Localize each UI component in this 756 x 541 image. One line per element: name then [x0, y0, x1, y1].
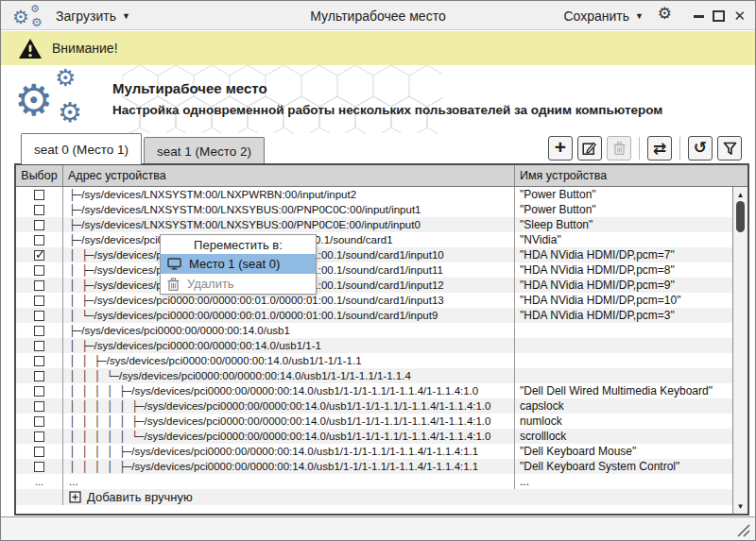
- table-row[interactable]: │ │ │ │ ├─/sys/devices/pci0000:00/0000:0…: [16, 459, 732, 474]
- edit-button[interactable]: [577, 136, 602, 161]
- device-name: [515, 353, 732, 368]
- table-row[interactable]: ├─/sys/devices/pci0000:00/0000:00:14.0/u…: [16, 323, 732, 338]
- row-select-cell: [16, 383, 63, 398]
- row-checkbox[interactable]: [34, 401, 44, 412]
- filter-button[interactable]: [717, 136, 742, 161]
- device-name: "HDA NVidia HDMI/DP,pcm=3": [515, 308, 732, 323]
- scroll-down-icon[interactable]: ▼: [733, 499, 747, 513]
- menu-item-move-to-seat0[interactable]: Место 1 (seat 0): [161, 254, 316, 274]
- row-select-cell: [16, 308, 63, 323]
- row-checkbox[interactable]: [34, 280, 44, 291]
- settings-gear-icon[interactable]: ⚙: [658, 6, 672, 22]
- row-select-cell: [16, 398, 63, 414]
- tree-branch-icon: │ ├─: [69, 264, 94, 277]
- row-checkbox[interactable]: [34, 447, 44, 457]
- scroll-up-icon[interactable]: ▲: [733, 188, 747, 201]
- row-select-cell: [16, 217, 63, 232]
- table-row[interactable]: │ ├─/sys/devices/pci0000:00/0000:00:14.0…: [16, 338, 732, 353]
- row-checkbox[interactable]: [34, 386, 44, 397]
- page-subtitle: Настройка одновременной работы нескольки…: [112, 103, 662, 117]
- row-select-cell: [16, 429, 63, 444]
- table-row[interactable]: │ │ │ │ │ └─/sys/devices/pci0000:00/0000…: [16, 429, 732, 444]
- device-name: scrolllock: [515, 429, 732, 444]
- table-row[interactable]: ├─/sys/devices/LNXSYSTM:00/LNXSYBUS:00/P…: [16, 217, 732, 232]
- table-row[interactable]: │ │ │ │ │ ├─/sys/devices/pci0000:00/0000…: [16, 414, 732, 429]
- row-checkbox[interactable]: [34, 431, 44, 442]
- device-name: "Sleep Button": [515, 217, 732, 232]
- device-name: capslock: [515, 398, 732, 414]
- row-address-cell: │ │ │ │ │ ├─/sys/devices/pci0000:00/0000…: [63, 398, 515, 414]
- device-name: "HDA NVidia HDMI/DP,pcm=9": [515, 278, 732, 293]
- row-checkbox[interactable]: [34, 235, 44, 245]
- table-body: ├─/sys/devices/LNXSYSTM:00/LNXPWRBN:00/i…: [16, 187, 732, 514]
- row-checkbox[interactable]: [34, 356, 44, 366]
- row-address-cell: ├─/sys/devices/LNXSYSTM:00/LNXSYBUS:00/P…: [63, 217, 515, 232]
- table-row[interactable]: │ └─/sys/devices/pci0000:00/0000:00:01.0…: [16, 308, 732, 323]
- trash-icon: [613, 142, 626, 155]
- titlebar: ⚙ ⚙ ⚙ Загрузить ▼ Мультирабочее место Со…: [1, 1, 755, 30]
- row-checkbox[interactable]: [34, 265, 44, 276]
- row-address-cell: │ │ │ │ │ └─/sys/devices/pci0000:00/0000…: [63, 429, 515, 444]
- table-row[interactable]: ├─/sys/devices/pci0000:00/0000:00:01.0/0…: [16, 232, 732, 247]
- column-header-select: Выбор: [16, 165, 63, 186]
- restore-icon[interactable]: [713, 10, 725, 22]
- row-checkbox[interactable]: [34, 326, 44, 336]
- tabs-row: seat 0 (Место 1) seat 1 (Место 2) +: [1, 133, 755, 164]
- row-checkbox[interactable]: [34, 205, 44, 215]
- row-checkbox[interactable]: [34, 250, 44, 261]
- table-row[interactable]: │ │ │ │ ├─/sys/devices/pci0000:00/0000:0…: [16, 444, 732, 459]
- tree-branch-icon: │ ├─: [69, 295, 94, 307]
- tab-seat-1[interactable]: seat 1 (Место 2): [144, 137, 265, 164]
- table-row[interactable]: │ ├─/sys/devices/pci0000:00/0000:00:01.0…: [16, 247, 732, 262]
- swap-button[interactable]: ⇄: [647, 136, 672, 161]
- row-checkbox[interactable]: [34, 371, 44, 381]
- reset-button[interactable]: ↺: [688, 136, 713, 161]
- table-row[interactable]: ├─/sys/devices/LNXSYSTM:00/LNXPWRBN:00/i…: [16, 187, 732, 202]
- row-checkbox[interactable]: [34, 190, 44, 200]
- row-address-cell: │ │ │ │ ├─/sys/devices/pci0000:00/0000:0…: [63, 383, 515, 398]
- minimize-icon[interactable]: [694, 15, 704, 18]
- tree-branch-icon: │ └─: [69, 310, 94, 322]
- table-row[interactable]: │ ├─/sys/devices/pci0000:00/0000:00:01.0…: [16, 262, 732, 278]
- vertical-scrollbar[interactable]: ▲ ▼: [732, 187, 747, 514]
- table-row[interactable]: │ │ │ └─/sys/devices/pci0000:00/0000:00:…: [16, 368, 732, 383]
- table-row[interactable]: │ │ │ │ ├─/sys/devices/pci0000:00/0000:0…: [16, 383, 732, 398]
- swap-arrows-icon: ⇄: [653, 139, 666, 158]
- table-row[interactable]: ... ... ...: [16, 474, 732, 489]
- row-checkbox[interactable]: [34, 220, 44, 230]
- plus-icon: +: [555, 136, 566, 159]
- row-checkbox[interactable]: [34, 416, 44, 427]
- table-row[interactable]: │ ├─/sys/devices/pci0000:00/0000:00:01.0…: [16, 293, 732, 308]
- context-menu: Переместить в: Место 1 (seat 0) Удалить: [160, 234, 317, 295]
- device-address: /sys/devices/pci0000:00/0000:00:14.0/usb…: [144, 415, 490, 427]
- save-button[interactable]: Сохранить ▼: [564, 1, 644, 30]
- row-checkbox[interactable]: [34, 341, 44, 351]
- page-title: Мультирабочее место: [112, 80, 267, 96]
- close-icon[interactable]: ✕: [733, 8, 746, 23]
- add-button[interactable]: +: [548, 136, 573, 161]
- table-row[interactable]: ├─/sys/devices/LNXSYSTM:00/LNXSYBUS:00/P…: [16, 202, 732, 217]
- scrollbar-thumb[interactable]: [736, 201, 745, 232]
- tree-branch-icon: │ │ │ │ │ ├─: [69, 415, 144, 428]
- row-checkbox[interactable]: [34, 311, 44, 321]
- tree-branch-icon: ├─: [69, 189, 81, 201]
- resize-grip-icon[interactable]: [735, 522, 750, 537]
- menu-item-delete[interactable]: Удалить: [161, 274, 316, 294]
- table-row[interactable]: │ │ ├─/sys/devices/pci0000:00/0000:00:14…: [16, 353, 732, 368]
- device-name: "Dell Keyboard Mouse": [515, 444, 732, 459]
- row-checkbox[interactable]: [34, 462, 44, 472]
- tree-branch-icon: ├─: [69, 325, 81, 337]
- delete-button: [607, 136, 631, 161]
- device-address: /sys/devices/LNXSYSTM:00/LNXPWRBN:00/inp…: [81, 189, 356, 200]
- add-box-icon: [69, 491, 81, 503]
- load-button[interactable]: Загрузить ▼: [56, 1, 130, 30]
- device-name: "Power Button": [515, 187, 732, 202]
- table-row[interactable]: │ │ │ │ │ ├─/sys/devices/pci0000:00/0000…: [16, 398, 732, 414]
- device-name: "HDA NVidia HDMI/DP,pcm=10": [515, 293, 732, 308]
- table-row[interactable]: │ ├─/sys/devices/pci0000:00/0000:00:01.0…: [16, 278, 732, 293]
- add-device-row[interactable]: Добавить вручную: [16, 489, 732, 505]
- row-checkbox[interactable]: [34, 296, 44, 306]
- row-select-cell: [16, 202, 63, 217]
- tab-seat-0[interactable]: seat 0 (Место 1): [21, 133, 142, 164]
- add-row-select-cell: [16, 489, 63, 505]
